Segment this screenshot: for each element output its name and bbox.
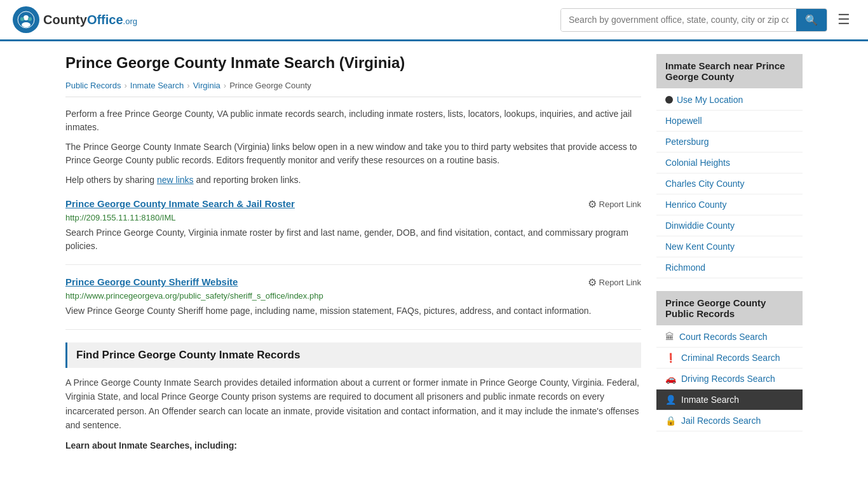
nearby-section: Inmate Search near Prince George County … bbox=[656, 54, 803, 278]
sidebar-criminal-records[interactable]: ❗ Criminal Records Search bbox=[656, 348, 803, 369]
sidebar-item-colonial-heights[interactable]: Colonial Heights bbox=[656, 152, 803, 173]
svg-point-1 bbox=[24, 15, 29, 20]
svg-point-2 bbox=[22, 22, 31, 27]
inmate-search-icon: 👤 bbox=[665, 395, 676, 405]
new-links-link[interactable]: new links bbox=[157, 175, 194, 185]
sidebar-item-henrico[interactable]: Henrico County bbox=[656, 194, 803, 215]
report-icon-2: ⚙ bbox=[588, 276, 597, 288]
link-card-2-desc: View Prince George County Sheriff home p… bbox=[65, 304, 641, 318]
search-box-container: 🔍 bbox=[560, 8, 827, 32]
link-card-2-title[interactable]: Prince George County Sheriff Website bbox=[65, 276, 238, 287]
sidebar-item-charles-city[interactable]: Charles City County bbox=[656, 173, 803, 194]
logo-text: CountyOffice.org bbox=[43, 13, 137, 27]
link-card-2: Prince George County Sheriff Website ⚙ R… bbox=[65, 276, 641, 330]
logo-area: CountyOffice.org bbox=[13, 6, 137, 33]
search-icon: 🔍 bbox=[805, 15, 818, 25]
sidebar-driving-records[interactable]: 🚗 Driving Records Search bbox=[656, 369, 803, 390]
link-card-1-desc: Search Prince George County, Virginia in… bbox=[65, 226, 641, 253]
pubrecords-section: Prince George County Public Records 🏛 Co… bbox=[656, 291, 803, 431]
logo-icon bbox=[13, 6, 39, 33]
report-link-btn-2[interactable]: ⚙ Report Link bbox=[588, 276, 641, 288]
sidebar-inmate-search[interactable]: 👤 Inmate Search bbox=[656, 390, 803, 410]
sidebar-item-richmond[interactable]: Richmond bbox=[656, 257, 803, 278]
report-icon-1: ⚙ bbox=[588, 198, 597, 210]
link-card-2-header: Prince George County Sheriff Website ⚙ R… bbox=[65, 276, 641, 288]
breadcrumb: Public Records › Inmate Search › Virgini… bbox=[65, 81, 641, 97]
main-wrapper: Prince George County Inmate Search (Virg… bbox=[53, 41, 815, 463]
svg-point-4 bbox=[28, 17, 32, 21]
jail-records-icon: 🔒 bbox=[665, 416, 676, 426]
link-card-2-url[interactable]: http://www.princegeorgeva.org/public_saf… bbox=[65, 291, 641, 301]
location-dot-icon bbox=[665, 96, 673, 104]
breadcrumb-sep-1: › bbox=[124, 81, 126, 90]
header: CountyOffice.org 🔍 ☰ bbox=[0, 0, 868, 41]
svg-point-3 bbox=[20, 17, 24, 21]
pubrecords-section-title: Prince George County Public Records bbox=[656, 291, 803, 325]
sidebar-item-petersburg[interactable]: Petersburg bbox=[656, 132, 803, 152]
description-2: The Prince George County Inmate Search (… bbox=[65, 140, 641, 167]
link-card-1-url[interactable]: http://209.155.11.11:8180/IML bbox=[65, 213, 641, 222]
breadcrumb-current: Prince George County bbox=[229, 81, 311, 90]
breadcrumb-sep-3: › bbox=[224, 81, 226, 90]
hamburger-icon: ☰ bbox=[837, 11, 850, 27]
link-card-1: Prince George County Inmate Search & Jai… bbox=[65, 198, 641, 265]
driving-records-icon: 🚗 bbox=[665, 374, 676, 384]
breadcrumb-inmate-search[interactable]: Inmate Search bbox=[130, 81, 184, 90]
sidebar-jail-records[interactable]: 🔒 Jail Records Search bbox=[656, 410, 803, 431]
link-card-1-header: Prince George County Inmate Search & Jai… bbox=[65, 198, 641, 210]
description-1: Perform a free Prince George County, VA … bbox=[65, 107, 641, 134]
link-card-1-title[interactable]: Prince George County Inmate Search & Jai… bbox=[65, 198, 295, 209]
section-heading: Find Prince George County Inmate Records bbox=[65, 342, 641, 368]
report-link-btn-1[interactable]: ⚙ Report Link bbox=[588, 198, 641, 210]
use-my-location[interactable]: Use My Location bbox=[656, 90, 803, 111]
sidebar-item-hopewell[interactable]: Hopewell bbox=[656, 111, 803, 132]
search-input[interactable] bbox=[561, 9, 796, 31]
breadcrumb-sep-2: › bbox=[187, 81, 189, 90]
search-button[interactable]: 🔍 bbox=[796, 9, 827, 31]
sidebar: Inmate Search near Prince George County … bbox=[656, 54, 803, 451]
criminal-records-icon: ❗ bbox=[665, 353, 676, 363]
description-3: Help others by sharing new links and rep… bbox=[65, 173, 641, 187]
court-records-icon: 🏛 bbox=[665, 332, 674, 342]
breadcrumb-virginia[interactable]: Virginia bbox=[193, 81, 220, 90]
body-text: A Prince George County Inmate Search pro… bbox=[65, 376, 641, 433]
learn-heading: Learn about Inmate Searches, including: bbox=[65, 440, 641, 451]
sidebar-item-new-kent[interactable]: New Kent County bbox=[656, 236, 803, 257]
nearby-section-title: Inmate Search near Prince George County bbox=[656, 54, 803, 88]
sidebar-court-records[interactable]: 🏛 Court Records Search bbox=[656, 327, 803, 348]
search-area: 🔍 ☰ bbox=[560, 8, 855, 32]
sidebar-item-dinwiddie[interactable]: Dinwiddie County bbox=[656, 215, 803, 236]
breadcrumb-public-records[interactable]: Public Records bbox=[65, 81, 121, 90]
menu-button[interactable]: ☰ bbox=[832, 9, 855, 30]
content-area: Prince George County Inmate Search (Virg… bbox=[65, 54, 641, 451]
page-title: Prince George County Inmate Search (Virg… bbox=[65, 54, 641, 72]
